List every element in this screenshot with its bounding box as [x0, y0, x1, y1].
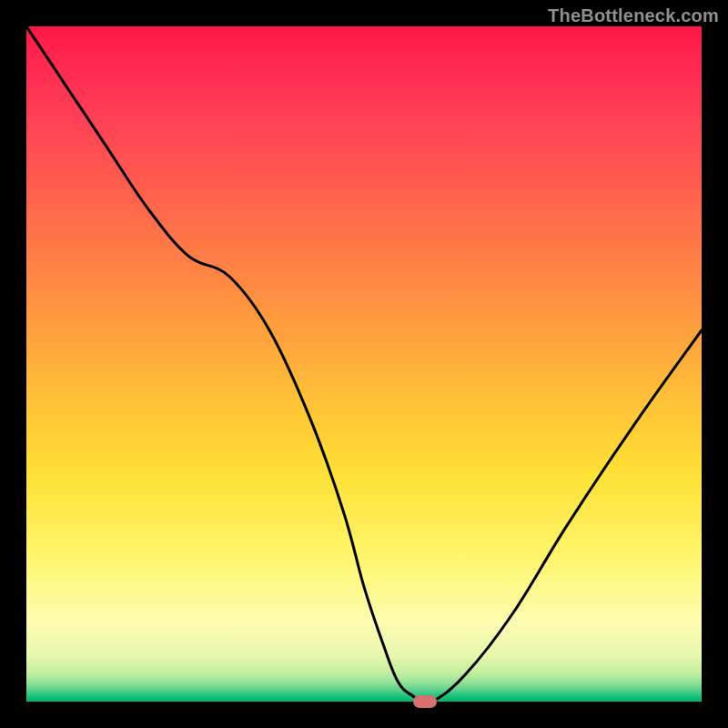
bottleneck-curve — [26, 26, 702, 702]
chart-frame: TheBottleneck.com — [0, 0, 728, 728]
optimal-marker — [413, 695, 437, 708]
watermark-text: TheBottleneck.com — [548, 5, 719, 26]
